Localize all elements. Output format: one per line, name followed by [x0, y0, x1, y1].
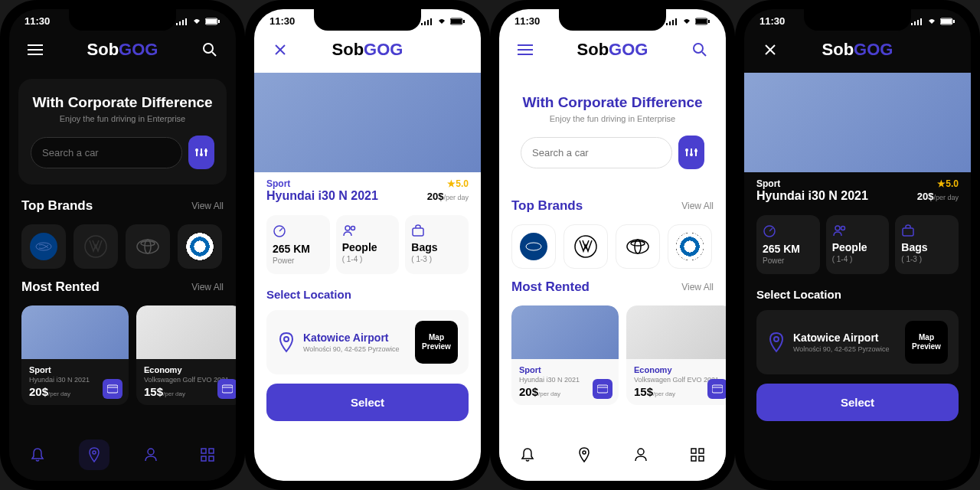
car-card-economy[interactable]: Economy Volkswagen Golf EVO 2021 15$/per… — [136, 305, 236, 405]
car-card-economy[interactable]: Economy Volkswagen Golf EVO 2021 15$/per… — [626, 305, 726, 405]
svg-rect-2 — [182, 20, 184, 25]
close-button[interactable] — [756, 36, 784, 64]
spec-bags: Bags( 1-3 ) — [895, 215, 959, 274]
view-all-brands[interactable]: View All — [681, 201, 714, 211]
logo: SobGOG — [577, 40, 648, 60]
people-icon — [832, 224, 848, 237]
nav-grid[interactable] — [192, 439, 223, 470]
bottom-nav — [9, 429, 236, 481]
select-button[interactable]: Select — [756, 384, 959, 421]
wifi-icon — [926, 18, 937, 25]
svg-point-63 — [685, 149, 688, 152]
nav-profile[interactable] — [626, 439, 656, 470]
map-preview[interactable]: Map Preview — [905, 321, 948, 364]
card-badge[interactable] — [217, 379, 236, 399]
sliders-icon — [194, 145, 208, 159]
car-image — [136, 305, 236, 359]
nav-grid[interactable] — [682, 439, 713, 470]
toyota-icon — [136, 238, 160, 255]
bag-icon — [901, 224, 915, 237]
brand-bmw[interactable] — [178, 224, 222, 269]
specs-row: 265 KMPower People( 1-4 ) Bags( 1-3 ) — [254, 209, 481, 280]
sliders-icon — [684, 145, 698, 159]
nav-notifications[interactable] — [22, 439, 53, 470]
nav-profile[interactable] — [136, 439, 166, 470]
brand-hyundai[interactable] — [21, 224, 66, 269]
hero-subtitle: Enjoy the fun driving in Enterprise — [521, 114, 704, 123]
pin-icon — [767, 332, 786, 353]
svg-point-76 — [638, 449, 644, 455]
svg-point-95 — [774, 337, 779, 341]
map-preview[interactable]: Map Preview — [415, 321, 458, 364]
grid-icon — [201, 448, 214, 462]
svg-rect-94 — [903, 228, 913, 236]
most-rented-list: Sport Hyundai i30 N 2021 20$/per day Eco… — [499, 299, 726, 411]
nav-location[interactable] — [79, 439, 109, 470]
svg-rect-5 — [206, 19, 217, 24]
svg-point-28 — [148, 449, 154, 455]
battery-icon — [695, 18, 710, 25]
location-card[interactable]: Katowice Airport Wolności 90, 42-625 Pyr… — [756, 310, 959, 374]
svg-rect-50 — [672, 20, 674, 25]
search-input[interactable] — [521, 137, 672, 168]
detail-category: Sport — [756, 178, 868, 189]
brand-hyundai[interactable] — [511, 224, 556, 269]
battery-icon — [940, 18, 956, 25]
search-input[interactable] — [31, 137, 182, 168]
status-indicators — [176, 18, 220, 25]
specs-row: 265 KMPower People( 1-4 ) Bags( 1-3 ) — [744, 209, 971, 280]
nav-notifications[interactable] — [512, 439, 543, 470]
brand-toyota[interactable] — [126, 224, 170, 269]
car-card-sport[interactable]: Sport Hyundai i30 N 2021 20$/per day — [21, 305, 129, 405]
menu-button[interactable] — [21, 36, 49, 64]
svg-point-27 — [93, 451, 96, 454]
user-icon — [145, 448, 157, 462]
view-all-brands[interactable]: View All — [191, 201, 224, 211]
view-all-rented[interactable]: View All — [191, 282, 224, 292]
status-time: 11:30 — [760, 15, 785, 27]
hero-title: With Corporate Difference — [521, 94, 704, 111]
search-icon — [692, 42, 707, 57]
car-price: 15$ — [144, 385, 163, 398]
search-button[interactable] — [686, 36, 714, 64]
search-button[interactable] — [196, 36, 224, 64]
brands-list — [9, 218, 236, 275]
spec-power: 265 KMPower — [756, 215, 820, 274]
select-button[interactable]: Select — [266, 384, 469, 421]
filter-button[interactable] — [678, 136, 704, 169]
car-category: Sport — [29, 365, 121, 374]
svg-line-91 — [769, 228, 773, 231]
most-rented-title: Most Rented — [511, 279, 590, 295]
location-address: Wolności 90, 42-625 Pyrzowice — [303, 345, 407, 353]
svg-point-44 — [345, 226, 350, 230]
card-badge[interactable] — [593, 379, 612, 399]
filter-button[interactable] — [188, 136, 214, 169]
nav-location[interactable] — [569, 439, 599, 470]
view-all-rented[interactable]: View All — [681, 282, 714, 292]
svg-line-59 — [702, 52, 706, 56]
menu-button[interactable] — [511, 36, 539, 64]
brand-bmw[interactable] — [668, 224, 712, 269]
brand-volkswagen[interactable] — [564, 224, 608, 269]
card-icon — [222, 384, 233, 394]
svg-rect-49 — [669, 21, 671, 25]
card-badge[interactable] — [707, 379, 726, 399]
svg-rect-23 — [107, 385, 118, 393]
detail-car-image — [254, 73, 481, 172]
car-image — [21, 305, 129, 359]
rating: ★5.0 — [427, 178, 469, 189]
car-card-sport[interactable]: Sport Hyundai i30 N 2021 20$/per day — [511, 305, 619, 405]
svg-rect-48 — [666, 23, 668, 25]
brand-volkswagen[interactable] — [74, 224, 118, 269]
close-icon — [764, 44, 776, 56]
location-card[interactable]: Katowice Airport Wolności 90, 42-625 Pyr… — [266, 310, 469, 374]
svg-rect-6 — [218, 20, 220, 23]
card-badge[interactable] — [103, 379, 122, 399]
svg-rect-55 — [518, 44, 533, 46]
logo: SobGOG — [332, 40, 403, 60]
svg-rect-73 — [712, 385, 723, 393]
location-address: Wolności 90, 42-625 Pyrzowice — [793, 345, 897, 353]
svg-point-45 — [351, 227, 354, 230]
brand-toyota[interactable] — [616, 224, 660, 269]
close-button[interactable] — [266, 36, 294, 64]
